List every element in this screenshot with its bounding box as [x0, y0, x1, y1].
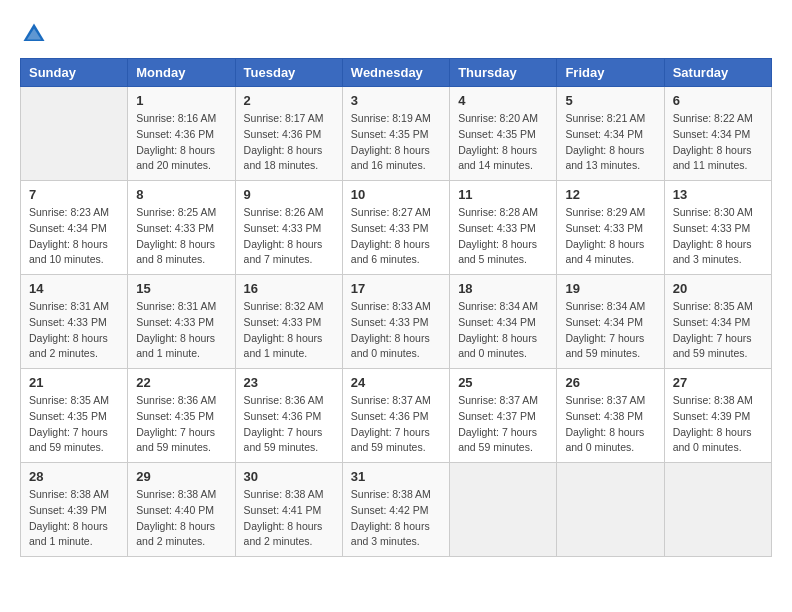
weekday-header: Sunday [21, 59, 128, 87]
day-info: Sunrise: 8:22 AMSunset: 4:34 PMDaylight:… [673, 111, 763, 174]
calendar-table: SundayMondayTuesdayWednesdayThursdayFrid… [20, 58, 772, 557]
weekday-header: Friday [557, 59, 664, 87]
day-info: Sunrise: 8:38 AMSunset: 4:39 PMDaylight:… [29, 487, 119, 550]
day-info: Sunrise: 8:34 AMSunset: 4:34 PMDaylight:… [458, 299, 548, 362]
day-number: 20 [673, 281, 763, 296]
calendar-cell: 11Sunrise: 8:28 AMSunset: 4:33 PMDayligh… [450, 181, 557, 275]
day-info: Sunrise: 8:38 AMSunset: 4:40 PMDaylight:… [136, 487, 226, 550]
calendar-cell: 7Sunrise: 8:23 AMSunset: 4:34 PMDaylight… [21, 181, 128, 275]
calendar-cell: 15Sunrise: 8:31 AMSunset: 4:33 PMDayligh… [128, 275, 235, 369]
day-info: Sunrise: 8:35 AMSunset: 4:35 PMDaylight:… [29, 393, 119, 456]
day-number: 16 [244, 281, 334, 296]
calendar-cell: 16Sunrise: 8:32 AMSunset: 4:33 PMDayligh… [235, 275, 342, 369]
calendar-cell: 25Sunrise: 8:37 AMSunset: 4:37 PMDayligh… [450, 369, 557, 463]
day-info: Sunrise: 8:38 AMSunset: 4:41 PMDaylight:… [244, 487, 334, 550]
day-info: Sunrise: 8:34 AMSunset: 4:34 PMDaylight:… [565, 299, 655, 362]
day-info: Sunrise: 8:33 AMSunset: 4:33 PMDaylight:… [351, 299, 441, 362]
day-number: 29 [136, 469, 226, 484]
calendar-cell: 26Sunrise: 8:37 AMSunset: 4:38 PMDayligh… [557, 369, 664, 463]
day-number: 3 [351, 93, 441, 108]
calendar-cell: 8Sunrise: 8:25 AMSunset: 4:33 PMDaylight… [128, 181, 235, 275]
day-number: 10 [351, 187, 441, 202]
calendar-cell: 19Sunrise: 8:34 AMSunset: 4:34 PMDayligh… [557, 275, 664, 369]
calendar-cell: 17Sunrise: 8:33 AMSunset: 4:33 PMDayligh… [342, 275, 449, 369]
day-number: 28 [29, 469, 119, 484]
day-number: 25 [458, 375, 548, 390]
calendar-cell: 5Sunrise: 8:21 AMSunset: 4:34 PMDaylight… [557, 87, 664, 181]
day-number: 30 [244, 469, 334, 484]
day-info: Sunrise: 8:38 AMSunset: 4:42 PMDaylight:… [351, 487, 441, 550]
day-info: Sunrise: 8:21 AMSunset: 4:34 PMDaylight:… [565, 111, 655, 174]
day-info: Sunrise: 8:36 AMSunset: 4:36 PMDaylight:… [244, 393, 334, 456]
day-info: Sunrise: 8:23 AMSunset: 4:34 PMDaylight:… [29, 205, 119, 268]
calendar-cell: 24Sunrise: 8:37 AMSunset: 4:36 PMDayligh… [342, 369, 449, 463]
day-info: Sunrise: 8:25 AMSunset: 4:33 PMDaylight:… [136, 205, 226, 268]
day-number: 7 [29, 187, 119, 202]
day-info: Sunrise: 8:17 AMSunset: 4:36 PMDaylight:… [244, 111, 334, 174]
day-info: Sunrise: 8:28 AMSunset: 4:33 PMDaylight:… [458, 205, 548, 268]
day-number: 14 [29, 281, 119, 296]
calendar-cell: 22Sunrise: 8:36 AMSunset: 4:35 PMDayligh… [128, 369, 235, 463]
calendar-cell: 20Sunrise: 8:35 AMSunset: 4:34 PMDayligh… [664, 275, 771, 369]
day-number: 22 [136, 375, 226, 390]
day-info: Sunrise: 8:19 AMSunset: 4:35 PMDaylight:… [351, 111, 441, 174]
calendar-cell: 23Sunrise: 8:36 AMSunset: 4:36 PMDayligh… [235, 369, 342, 463]
weekday-header: Thursday [450, 59, 557, 87]
day-info: Sunrise: 8:30 AMSunset: 4:33 PMDaylight:… [673, 205, 763, 268]
day-number: 26 [565, 375, 655, 390]
calendar-cell: 4Sunrise: 8:20 AMSunset: 4:35 PMDaylight… [450, 87, 557, 181]
day-info: Sunrise: 8:35 AMSunset: 4:34 PMDaylight:… [673, 299, 763, 362]
day-info: Sunrise: 8:29 AMSunset: 4:33 PMDaylight:… [565, 205, 655, 268]
weekday-header: Wednesday [342, 59, 449, 87]
day-number: 19 [565, 281, 655, 296]
calendar-week-row: 7Sunrise: 8:23 AMSunset: 4:34 PMDaylight… [21, 181, 772, 275]
day-info: Sunrise: 8:37 AMSunset: 4:36 PMDaylight:… [351, 393, 441, 456]
day-number: 13 [673, 187, 763, 202]
calendar-cell: 29Sunrise: 8:38 AMSunset: 4:40 PMDayligh… [128, 463, 235, 557]
calendar-week-row: 28Sunrise: 8:38 AMSunset: 4:39 PMDayligh… [21, 463, 772, 557]
day-number: 2 [244, 93, 334, 108]
day-info: Sunrise: 8:16 AMSunset: 4:36 PMDaylight:… [136, 111, 226, 174]
day-number: 24 [351, 375, 441, 390]
day-number: 5 [565, 93, 655, 108]
calendar-cell: 31Sunrise: 8:38 AMSunset: 4:42 PMDayligh… [342, 463, 449, 557]
calendar-cell: 28Sunrise: 8:38 AMSunset: 4:39 PMDayligh… [21, 463, 128, 557]
calendar-cell [557, 463, 664, 557]
calendar-cell: 30Sunrise: 8:38 AMSunset: 4:41 PMDayligh… [235, 463, 342, 557]
day-number: 23 [244, 375, 334, 390]
calendar-cell: 12Sunrise: 8:29 AMSunset: 4:33 PMDayligh… [557, 181, 664, 275]
calendar-cell: 6Sunrise: 8:22 AMSunset: 4:34 PMDaylight… [664, 87, 771, 181]
calendar-week-row: 1Sunrise: 8:16 AMSunset: 4:36 PMDaylight… [21, 87, 772, 181]
day-info: Sunrise: 8:37 AMSunset: 4:37 PMDaylight:… [458, 393, 548, 456]
calendar-cell [664, 463, 771, 557]
calendar-cell: 21Sunrise: 8:35 AMSunset: 4:35 PMDayligh… [21, 369, 128, 463]
calendar-week-row: 21Sunrise: 8:35 AMSunset: 4:35 PMDayligh… [21, 369, 772, 463]
weekday-header: Saturday [664, 59, 771, 87]
day-number: 1 [136, 93, 226, 108]
day-info: Sunrise: 8:32 AMSunset: 4:33 PMDaylight:… [244, 299, 334, 362]
calendar-cell: 9Sunrise: 8:26 AMSunset: 4:33 PMDaylight… [235, 181, 342, 275]
day-info: Sunrise: 8:20 AMSunset: 4:35 PMDaylight:… [458, 111, 548, 174]
day-number: 31 [351, 469, 441, 484]
calendar-cell: 2Sunrise: 8:17 AMSunset: 4:36 PMDaylight… [235, 87, 342, 181]
day-number: 12 [565, 187, 655, 202]
day-number: 17 [351, 281, 441, 296]
day-number: 8 [136, 187, 226, 202]
calendar-cell [450, 463, 557, 557]
page-header [20, 20, 772, 48]
calendar-cell: 13Sunrise: 8:30 AMSunset: 4:33 PMDayligh… [664, 181, 771, 275]
day-info: Sunrise: 8:37 AMSunset: 4:38 PMDaylight:… [565, 393, 655, 456]
calendar-cell: 27Sunrise: 8:38 AMSunset: 4:39 PMDayligh… [664, 369, 771, 463]
logo [20, 20, 52, 48]
day-number: 4 [458, 93, 548, 108]
day-info: Sunrise: 8:26 AMSunset: 4:33 PMDaylight:… [244, 205, 334, 268]
calendar-cell: 3Sunrise: 8:19 AMSunset: 4:35 PMDaylight… [342, 87, 449, 181]
calendar-cell [21, 87, 128, 181]
logo-icon [20, 20, 48, 48]
calendar-cell: 14Sunrise: 8:31 AMSunset: 4:33 PMDayligh… [21, 275, 128, 369]
calendar-cell: 1Sunrise: 8:16 AMSunset: 4:36 PMDaylight… [128, 87, 235, 181]
day-number: 15 [136, 281, 226, 296]
day-number: 6 [673, 93, 763, 108]
day-number: 18 [458, 281, 548, 296]
day-info: Sunrise: 8:27 AMSunset: 4:33 PMDaylight:… [351, 205, 441, 268]
